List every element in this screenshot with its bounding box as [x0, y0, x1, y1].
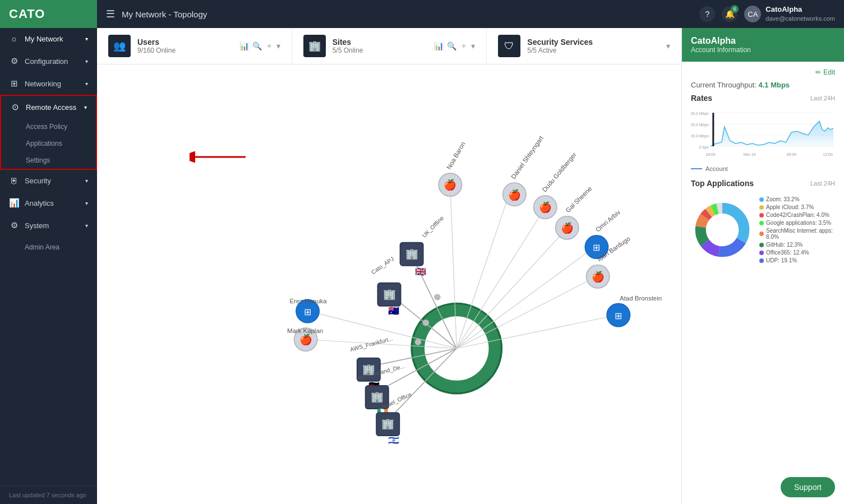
add-icon[interactable]: ＋	[265, 41, 273, 51]
chevron-icon: ▾	[85, 178, 88, 184]
sidebar-item-label: Analytics	[25, 199, 54, 207]
chevron-icon: ▾	[85, 36, 88, 42]
avatar: CA	[744, 6, 761, 22]
chevron-icon: ▾	[85, 58, 88, 64]
sites-value: 5/5 Online	[333, 47, 428, 54]
account-name: CatoAlpha	[691, 36, 835, 46]
edit-button[interactable]: ✏ Edit	[815, 68, 835, 76]
sidebar-item-configuration[interactable]: ⚙ Configuration ▾	[0, 50, 97, 72]
svg-text:🇮🇱: 🇮🇱	[388, 435, 400, 446]
rates-chart: 600.0 Mbps 400.0 Mbps 200.0 Mbps 0 bps 1…	[691, 107, 835, 163]
sidebar-item-my-network[interactable]: ○ My Network ▾	[0, 28, 97, 50]
expand-icon[interactable]: ▾	[276, 41, 280, 50]
edit-icon: ✏	[815, 68, 821, 76]
support-button[interactable]: Support	[781, 477, 835, 497]
svg-text:⊞: ⊞	[593, 242, 600, 252]
user-name: CatoAlpha	[765, 5, 835, 15]
sidebar-item-system[interactable]: ⚙ System ▾	[0, 214, 97, 237]
security-actions: ▾	[666, 41, 670, 50]
page-title: My Network - Topology	[122, 10, 207, 19]
topology-svg: 🏢 UK_Offline 🇬🇧 🏢 Cato_APJ 🇦🇺 🏢 AWS_Fran…	[97, 64, 681, 504]
svg-text:Atad Bronstein: Atad Bronstein	[620, 295, 662, 302]
legend-code42: Code42/CrashPlan: 4.0%	[759, 212, 835, 218]
hamburger-icon[interactable]: ☰	[106, 8, 115, 20]
svg-text:06:00: 06:00	[787, 152, 797, 156]
right-panel-body: ✏ Edit Current Throughput: 4.1 Mbps Rate…	[682, 62, 844, 470]
legend-github: GitHub: 12.3%	[759, 242, 835, 248]
donut-legend: Zoom: 33.2% Apple iCloud: 3.7% Code42/Cr…	[759, 196, 835, 263]
legend-google: Google applications: 3.5%	[759, 220, 835, 226]
my-network-icon: ○	[9, 34, 19, 44]
right-panel: CatoAlpha Account Information ✏ Edit Cur…	[681, 28, 844, 504]
help-button[interactable]: ?	[699, 6, 715, 22]
github-label: GitHub: 12.3%	[766, 242, 803, 248]
sidebar-item-analytics[interactable]: 📊 Analytics ▾	[0, 192, 97, 214]
sidebar-item-remote-access[interactable]: ⊙ Remote Access ▾	[1, 96, 96, 118]
expand-icon[interactable]: ▾	[666, 41, 670, 50]
google-dot	[759, 221, 764, 225]
svg-text:🏢: 🏢	[405, 248, 418, 260]
sidebar-item-label: Remote Access	[26, 103, 76, 112]
security-info: Security Services 5/5 Active	[527, 38, 659, 54]
chevron-icon: ▾	[85, 200, 88, 206]
sidebar-sub-item-access-policy[interactable]: Access Policy	[1, 118, 96, 135]
add-icon[interactable]: ＋	[460, 41, 468, 51]
svg-point-90	[708, 215, 737, 244]
top-apps-header: Top Applications Last 24H	[691, 179, 835, 188]
security-services-icon: 🛡	[498, 35, 520, 57]
sidebar: CATO ○ My Network ▾ ⚙ Configuration ▾ ⊞ …	[0, 0, 97, 504]
stats-security[interactable]: 🛡 Security Services 5/5 Active ▾	[487, 28, 681, 64]
sidebar-item-security[interactable]: ⛨ Security ▾	[0, 170, 97, 192]
google-label: Google applications: 3.5%	[766, 220, 831, 226]
bar-chart-icon[interactable]: 📊	[239, 41, 249, 50]
logo-text: CATO	[9, 7, 45, 21]
sidebar-sub-item-applications[interactable]: Applications	[1, 135, 96, 152]
notification-badge: 6	[731, 5, 739, 13]
users-value: 9/160 Online	[137, 47, 233, 54]
chevron-icon: ▾	[84, 104, 87, 110]
edit-button-container: ✏ Edit	[691, 68, 835, 76]
search-label: SearchMisc Internet: apps: 8.0%	[766, 228, 835, 240]
svg-text:200.0 Mbps: 200.0 Mbps	[691, 134, 709, 138]
sidebar-item-admin-area[interactable]: Admin Area	[0, 239, 97, 256]
chevron-icon: ▾	[85, 81, 88, 87]
apple-icloud-label: Apple iCloud: 3.7%	[766, 204, 814, 210]
stats-sites[interactable]: 🏢 Sites 5/5 Online 📊 🔍 ＋ ▾	[292, 28, 487, 64]
users-icon: 👥	[108, 35, 131, 57]
svg-text:400.0 Mbps: 400.0 Mbps	[691, 123, 709, 127]
svg-text:🇦🇺: 🇦🇺	[388, 306, 400, 316]
svg-text:0 bps: 0 bps	[699, 145, 709, 150]
expand-icon[interactable]: ▾	[471, 41, 475, 50]
sidebar-item-label: My Network	[25, 35, 63, 43]
svg-text:🇬🇧: 🇬🇧	[415, 266, 427, 277]
svg-text:🏢: 🏢	[371, 391, 384, 403]
security-value: 5/5 Active	[527, 47, 659, 54]
search-icon[interactable]: 🔍	[447, 41, 456, 50]
search-icon[interactable]: 🔍	[252, 41, 262, 50]
throughput-container: Current Throughput: 4.1 Mbps	[691, 81, 835, 89]
topology-area[interactable]: 🏢 UK_Offline 🇬🇧 🏢 Cato_APJ 🇦🇺 🏢 AWS_Fran…	[97, 64, 681, 504]
rates-chart-svg: 600.0 Mbps 400.0 Mbps 200.0 Mbps 0 bps 1…	[691, 107, 835, 163]
svg-point-19	[423, 320, 429, 326]
top-apps-title: Top Applications	[691, 179, 754, 188]
svg-text:🏢: 🏢	[381, 418, 394, 430]
bar-chart-icon[interactable]: 📊	[434, 41, 444, 50]
stats-users[interactable]: 👥 Users 9/160 Online 📊 🔍 ＋ ▾	[97, 28, 292, 64]
main-panel: 👥 Users 9/160 Online 📊 🔍 ＋ ▾ 🏢	[97, 28, 681, 504]
apple-icloud-dot	[759, 205, 764, 210]
user-info: CatoAlpha dave@catonetworks.com	[765, 5, 835, 22]
sidebar-sub-item-settings[interactable]: Settings	[1, 152, 96, 169]
remote-access-icon: ⊙	[10, 102, 20, 112]
legend-apple-icloud: Apple iCloud: 3.7%	[759, 204, 835, 210]
udp-dot	[759, 258, 764, 263]
zoom-dot	[759, 197, 764, 202]
svg-text:⊞: ⊞	[304, 307, 311, 317]
sidebar-item-label: Security	[25, 177, 51, 185]
last-updated-text: Last updated 7 seconds ago	[9, 492, 86, 498]
notifications-button[interactable]: 🔔 6	[722, 6, 737, 22]
sidebar-item-networking[interactable]: ⊞ Networking ▾	[0, 72, 97, 95]
svg-text:Mar 16: Mar 16	[744, 152, 756, 156]
user-menu[interactable]: CA CatoAlpha dave@catonetworks.com	[744, 5, 835, 22]
users-label: Users	[137, 38, 233, 47]
legend-office365: Office365: 12.4%	[759, 249, 835, 256]
